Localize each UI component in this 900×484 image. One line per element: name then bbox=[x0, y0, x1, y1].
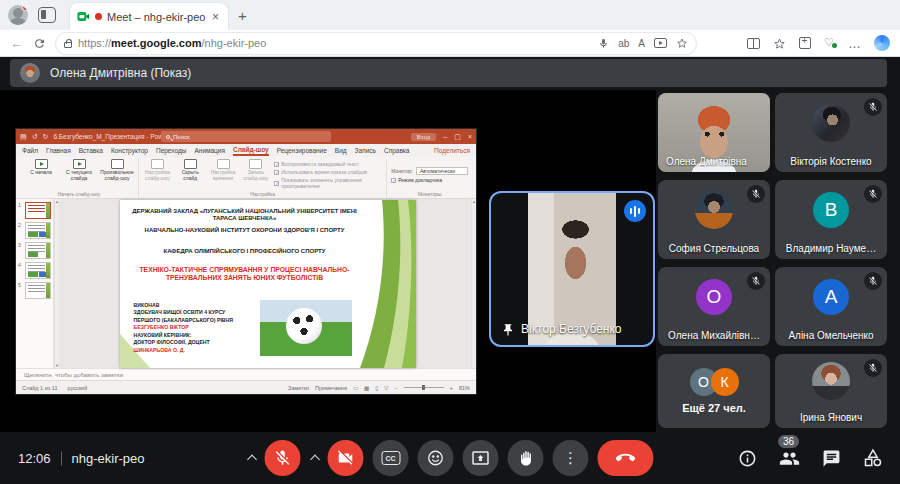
mic-off-icon bbox=[747, 272, 765, 290]
participant-name: Олена Михайлівн… bbox=[658, 330, 770, 341]
window-maximize-icon: ▢ bbox=[454, 133, 461, 141]
zoom-out-icon: − bbox=[395, 385, 398, 391]
meet-page: Олена Дмитрівна (Показ) ▤ ↺ ↻ 6.Безгубен… bbox=[0, 57, 900, 484]
ppt-ribbon: С начала С текущего слайда Произвольное … bbox=[16, 157, 476, 199]
participant-tile-olena-mykhailivna[interactable]: О Олена Михайлівн… bbox=[658, 267, 770, 346]
copilot-icon[interactable] bbox=[874, 35, 890, 51]
ppt-language: русский bbox=[67, 385, 87, 391]
new-tab-button[interactable]: + bbox=[238, 7, 247, 24]
mic-off-icon bbox=[864, 185, 882, 203]
slide-thumbnail-4: 4 bbox=[18, 262, 51, 279]
undo-icon: ↺ bbox=[32, 133, 38, 141]
participant-tile-sofiia-streltsova[interactable]: София Стрельцова bbox=[658, 180, 770, 259]
view-sorter-icon: ▦ bbox=[364, 385, 369, 391]
ppt-ribbon-tabs: Файл Главная Вставка Конструктор Переход… bbox=[16, 144, 476, 157]
leave-call-button[interactable] bbox=[598, 440, 654, 476]
participant-tile-olena-dmytrivna[interactable]: Олена Дмитрівна bbox=[658, 93, 770, 172]
ppt-tab-review: Рецензирование bbox=[277, 147, 327, 154]
ppt-play-narrations-checkbox: Воспроизвести закадровый текст bbox=[274, 161, 382, 167]
url-text[interactable]: https://meet.google.com/nhg-ekir-peo bbox=[78, 37, 592, 49]
participant-tile-alina-omelchenko[interactable]: А Аліна Омельченко bbox=[775, 267, 887, 346]
ppt-tab-file: Файл bbox=[22, 147, 38, 154]
slide-thumbnail-3: 3 bbox=[18, 242, 51, 259]
browser-tab-meet[interactable]: Meet – nhg-ekir-peo × bbox=[70, 3, 228, 30]
ppt-slide-canvas: ДЕРЖАВНИЙ ЗАКЛАД «ЛУГАНСЬКИЙ НАЦІОНАЛЬНИ… bbox=[59, 199, 476, 368]
voice-search-mic-icon[interactable] bbox=[598, 38, 609, 49]
camera-options-chevron-icon[interactable] bbox=[310, 455, 320, 465]
ppt-tab-insert: Вставка bbox=[79, 147, 103, 154]
collections-icon[interactable] bbox=[773, 37, 786, 50]
slide-soccer-photo bbox=[260, 300, 352, 356]
raise-hand-button[interactable] bbox=[508, 440, 544, 476]
browser-toolbar: ← https://meet.google.com/nhg-ekir-peo a… bbox=[0, 30, 900, 57]
tab-close-icon[interactable]: × bbox=[210, 10, 221, 24]
pin-icon bbox=[501, 323, 515, 337]
meet-favicon-icon bbox=[77, 11, 90, 22]
ppt-custom-slideshow-button: Произвольное слайд-шоу bbox=[100, 159, 134, 191]
browser-essentials-icon[interactable] bbox=[824, 38, 835, 48]
mic-off-icon bbox=[747, 185, 765, 203]
ppt-tab-design: Конструктор bbox=[111, 147, 148, 154]
address-bar[interactable]: https://meet.google.com/nhg-ekir-peo ab … bbox=[56, 33, 696, 54]
window-close-icon: × bbox=[468, 133, 472, 140]
zoom-in-icon: + bbox=[450, 385, 453, 391]
participant-avatar: О bbox=[696, 279, 732, 315]
back-icon[interactable]: ← bbox=[10, 36, 23, 51]
view-reading-icon: ▯ bbox=[375, 385, 378, 391]
ppt-setup-slideshow-button: Настройка слайд-шоу bbox=[143, 159, 172, 191]
ppt-tab-slideshow: Слайд-шоу bbox=[233, 146, 269, 156]
ppt-sign-in-button: Вход bbox=[411, 133, 437, 141]
ppt-use-timings-checkbox: Использовать время показа слайдов bbox=[274, 169, 382, 175]
captions-button[interactable]: CC bbox=[373, 440, 409, 476]
ppt-notes-toggle: Заметки bbox=[288, 385, 309, 391]
participant-name: Вікторія Костенко bbox=[775, 156, 887, 167]
participants-button[interactable]: 36 bbox=[778, 447, 800, 469]
favorite-star-icon[interactable] bbox=[676, 37, 688, 49]
ppt-notes-pane: Щелкните, чтобы добавить заметки bbox=[16, 368, 476, 380]
participant-tile-viktoriia-kostenko[interactable]: Вікторія Костенко bbox=[775, 93, 887, 172]
camera-off-button[interactable] bbox=[328, 440, 364, 476]
presenter-avatar bbox=[20, 63, 40, 83]
slide-university-line: ДЕРЖАВНИЙ ЗАКЛАД «ЛУГАНСЬКИЙ НАЦІОНАЛЬНИ… bbox=[130, 208, 360, 223]
activities-button[interactable] bbox=[862, 447, 884, 469]
ppt-tab-help: Справка bbox=[384, 147, 410, 154]
ppt-presenter-view-checkbox: Режим докладчика bbox=[391, 177, 468, 183]
ppt-hide-slide-button: Скрыть слайд bbox=[176, 159, 205, 191]
media-recording-dot-icon bbox=[95, 13, 102, 20]
extensions-icon[interactable] bbox=[799, 37, 811, 49]
mic-muted-button[interactable] bbox=[265, 440, 301, 476]
refresh-icon[interactable] bbox=[33, 37, 46, 50]
reactions-button[interactable] bbox=[418, 440, 454, 476]
participant-tile-iryna-yanovych[interactable]: Ірина Янович bbox=[775, 354, 887, 428]
participant-name: Ірина Янович bbox=[775, 412, 887, 423]
clock-time: 12:06 bbox=[18, 451, 51, 466]
more-options-button[interactable]: ⋮ bbox=[553, 440, 589, 476]
more-participants-tile[interactable]: О К Ещё 27 чел. bbox=[658, 354, 770, 428]
split-screen-icon[interactable] bbox=[747, 38, 760, 49]
ppt-slide-counter: Слайд 1 из 11 bbox=[22, 385, 57, 391]
read-aloud-icon[interactable]: A bbox=[638, 38, 645, 49]
participant-avatar bbox=[812, 104, 850, 142]
ppt-show-media-controls-checkbox: Показывать элементы управления проигрыва… bbox=[274, 177, 382, 189]
mic-options-chevron-icon[interactable] bbox=[247, 455, 257, 465]
picture-in-picture-icon[interactable] bbox=[654, 38, 667, 48]
view-normal-icon: ▭ bbox=[353, 385, 358, 391]
participant-name: Аліна Омельченко bbox=[775, 330, 887, 341]
window-minimize-icon: – bbox=[443, 133, 447, 140]
view-slideshow-icon: ▽ bbox=[384, 385, 388, 391]
workspaces-icon[interactable] bbox=[38, 7, 56, 23]
participant-avatar bbox=[812, 362, 850, 400]
translate-icon[interactable]: ab bbox=[618, 38, 629, 49]
browser-profile-avatar[interactable] bbox=[8, 5, 28, 25]
pinned-participant-tile[interactable]: Віктор Безгубенко bbox=[489, 191, 655, 347]
chat-button[interactable] bbox=[820, 447, 842, 469]
presenter-banner-text: Олена Дмитрівна (Показ) bbox=[50, 66, 191, 80]
ppt-tab-record: Запись bbox=[355, 147, 376, 154]
search-icon bbox=[166, 135, 170, 139]
present-now-button[interactable] bbox=[463, 440, 499, 476]
meeting-details-button[interactable] bbox=[736, 447, 758, 469]
settings-more-icon[interactable]: … bbox=[848, 36, 861, 51]
participant-tile-vladimir-naumenko[interactable]: В Владимир Науме… bbox=[775, 180, 887, 259]
speaking-indicator-icon bbox=[624, 200, 646, 222]
slide-green-decoration bbox=[358, 200, 416, 368]
